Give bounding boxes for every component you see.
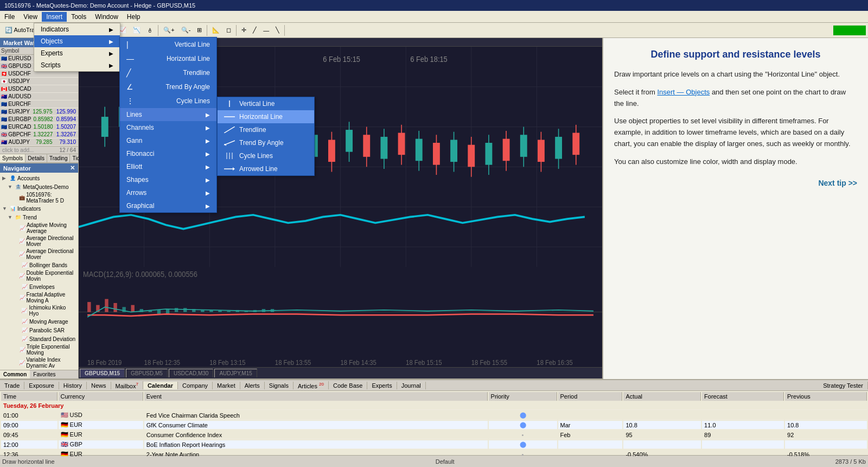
mw-row-gbpchf[interactable]: 🇬🇧 GBPCHF 1.32227 1.32267 (0, 131, 78, 138)
obj-menu-channels[interactable]: Channels ▶ (120, 121, 216, 134)
insert-objects-link[interactable]: Insert — Objects (657, 88, 710, 96)
lines-menu-trendline[interactable]: Trendline (218, 123, 314, 136)
insert-menu-experts[interactable]: Experts ▶ (34, 47, 120, 59)
nav-item-dema[interactable]: 📈 Double Exponential Movin (1, 269, 77, 282)
nav-item-env[interactable]: 📈 Envelopes (1, 282, 77, 291)
mw-row-eurchf[interactable]: 🇪🇺 EURCHF (0, 100, 78, 108)
nav-item-accounts[interactable]: ▶ 👤 Accounts (1, 174, 77, 182)
mw-row-eurjpy[interactable]: 🇪🇺 EURJPY 125.975 125.990 (0, 108, 78, 116)
nav-icon-ma: 📈 (21, 318, 28, 325)
nav-item-adm1[interactable]: 📈 Average Directional Mover (1, 235, 77, 248)
nav-item-metaquotes-demo[interactable]: ▼ 🏦 MetaQuotes-Demo (1, 182, 77, 191)
nav-item-bb[interactable]: 📈 Bollinger Bands (1, 261, 77, 269)
bottom-tab-exposure[interactable]: Exposure (24, 382, 59, 389)
toolbar-chart-candle[interactable]: 🕯 (144, 26, 156, 35)
obj-menu-shapes[interactable]: Shapes ▶ (120, 173, 216, 186)
bottom-tab-strategy-tester[interactable]: Strategy Tester (819, 382, 868, 389)
menu-tools[interactable]: Tools (67, 12, 91, 22)
cf-tab-favorites[interactable]: Favorites (30, 370, 59, 378)
navigator-close[interactable]: ✕ (70, 165, 75, 172)
mw-tab-symbols[interactable]: Symbols (0, 154, 25, 162)
toolbar-chart-grid[interactable]: ⊞ (194, 25, 205, 35)
chart-tab-gbpusd-m15[interactable]: GBPUSD,M15 (80, 369, 125, 377)
obj-menu-trendline[interactable]: ╱ Trendline (120, 66, 216, 80)
nav-item-stdev[interactable]: 📈 Standard Deviation (1, 335, 77, 343)
mw-row-audusd[interactable]: 🇦🇺 AUDUSD (0, 93, 78, 100)
obj-menu-fibonacci[interactable]: Fibonacci ▶ (120, 147, 216, 160)
cf-tab-common[interactable]: Common (0, 370, 30, 378)
nav-item-ma[interactable]: 📈 Moving Average (1, 317, 77, 326)
chart-tab-gbpusd-m5[interactable]: GBPUSD,M5 (126, 369, 168, 377)
lines-menu-trend-by-angle[interactable]: Trend By Angle (218, 136, 314, 149)
obj-menu-graphical[interactable]: Graphical ▶ (120, 199, 216, 212)
menu-window[interactable]: Window (91, 12, 123, 22)
insert-menu-indicators[interactable]: Indicators ▶ (34, 23, 120, 35)
menu-view[interactable]: View (19, 12, 42, 22)
bottom-tab-alerts[interactable]: Alerts (240, 382, 265, 389)
mw-tab-details[interactable]: Details (25, 154, 47, 162)
nav-item-psar[interactable]: 📈 Parabolic SAR (1, 326, 77, 335)
chart-tab-audjpy-m15[interactable]: AUDJPY,M15 (214, 369, 257, 377)
bottom-tab-journal[interactable]: Journal (397, 382, 426, 389)
bottom-tab-experts[interactable]: Experts (367, 382, 397, 389)
nav-item-adm2[interactable]: 📈 Average Directional Mover (1, 248, 77, 261)
mw-row-usdjpy[interactable]: 🇯🇵 USDJPY (0, 78, 78, 85)
lines-menu-vertical[interactable]: Vertical Line (218, 97, 314, 110)
obj-menu-lines[interactable]: Lines ▶ (120, 108, 216, 121)
mw-row-eurcad[interactable]: 🇪🇺 EURCAD 1.50180 1.50207 (0, 123, 78, 131)
obj-menu-elliott[interactable]: Elliott ▶ (120, 160, 216, 173)
bottom-tab-history[interactable]: History (59, 382, 87, 389)
insert-menu-objects[interactable]: Objects ▶ (34, 35, 120, 47)
nav-item-tema[interactable]: 📈 Triple Exponential Moving (1, 343, 77, 356)
toolbar-trendline[interactable]: ╲ (273, 25, 282, 35)
mw-click-to-add[interactable]: click to add... (2, 147, 34, 153)
mw-ask-gbpchf: 1.32267 (54, 131, 77, 137)
bottom-tab-market[interactable]: Market (213, 382, 240, 389)
menu-insert[interactable]: Insert (42, 12, 67, 22)
insert-menu-scripts[interactable]: Scripts ▶ (34, 59, 120, 71)
bottom-tab-company[interactable]: Company (178, 382, 213, 389)
toolbar-indicators[interactable]: 📐 (209, 25, 222, 35)
bottom-tab-signals[interactable]: Signals (265, 382, 293, 389)
mw-row-eurgbp[interactable]: 🇪🇺 EURGBP 0.85982 0.85994 (0, 116, 78, 123)
bottom-tab-codebase[interactable]: Code Base (329, 382, 367, 389)
bottom-tab-mailbox[interactable]: Mailbox7 (111, 381, 143, 390)
mw-tab-trading[interactable]: Trading (47, 154, 71, 162)
nav-item-fama[interactable]: 📈 Fractal Adaptive Moving A (1, 291, 77, 304)
obj-menu-gann[interactable]: Gann ▶ (120, 134, 216, 147)
toolbar-crosshair[interactable]: ✛ (239, 25, 249, 35)
nav-item-trend[interactable]: ▼ 📁 Trend (1, 213, 77, 222)
obj-menu-vertical-line[interactable]: | Vertical Line (120, 37, 216, 52)
bottom-tab-calendar[interactable]: Calendar (143, 382, 178, 389)
nav-item-indicators[interactable]: ▼ 📊 Indicators (1, 204, 77, 213)
lines-menu-cycle-lines[interactable]: Cycle Lines (218, 149, 314, 162)
next-tip-button[interactable]: Next tip >> (614, 179, 857, 187)
bottom-tab-news[interactable]: News (87, 382, 111, 389)
nav-icon-adm2: 📈 (19, 250, 25, 258)
toolbar-zoom-in[interactable]: 🔍+ (161, 25, 177, 35)
nav-item-ama[interactable]: 📈 Adaptive Moving Average (1, 222, 77, 235)
menu-file[interactable]: File (0, 12, 19, 22)
bottom-tab-articles[interactable]: Articles 20 (293, 381, 329, 390)
mw-row-audjpy[interactable]: 🇦🇺 AUDJPY 79.285 79.310 (0, 138, 78, 146)
obj-menu-horizontal-line[interactable]: — Horizontal Line (120, 52, 216, 66)
toolbar-objects[interactable]: ◻ (224, 25, 234, 35)
nav-item-ichi[interactable]: 📈 Ichimoku Kinko Hyo (1, 304, 77, 317)
toolbar-hline[interactable]: — (260, 26, 272, 35)
lines-menu-arrowed[interactable]: Arrowed Line (218, 162, 314, 175)
chart-tab-usdcad-m30[interactable]: USDCAD,M30 (169, 369, 213, 377)
obj-menu-cycle-lines[interactable]: ⋮ Cycle Lines (120, 94, 216, 108)
nav-label-adm2: Average Directional Mover (26, 248, 76, 260)
nav-icon-trend: 📁 (14, 213, 22, 221)
mw-row-usdcad[interactable]: 🇨🇦 USDCAD (0, 85, 78, 93)
toolbar-chart-line[interactable]: 📉 (130, 25, 143, 35)
menu-help[interactable]: Help (123, 12, 145, 22)
obj-menu-trend-by-angle[interactable]: ∠ Trend By Angle (120, 80, 216, 94)
nav-item-vida[interactable]: 📈 Variable Index Dynamic Av (1, 356, 77, 369)
bottom-tab-trade[interactable]: Trade (0, 382, 24, 389)
toolbar-line[interactable]: ╱ (250, 25, 259, 35)
toolbar-zoom-out[interactable]: 🔍- (178, 25, 194, 35)
obj-menu-arrows[interactable]: Arrows ▶ (120, 186, 216, 199)
lines-menu-horizontal[interactable]: Horizontal Line (218, 110, 314, 123)
nav-item-account[interactable]: 💼 10516976: MetaTrader 5 D (1, 191, 77, 204)
